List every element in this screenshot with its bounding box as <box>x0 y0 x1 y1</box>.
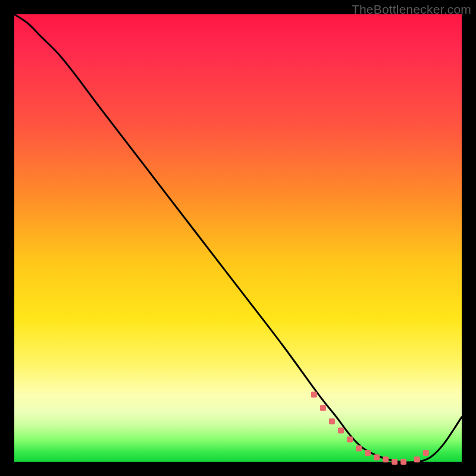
valley-marker <box>365 450 371 456</box>
valley-marker <box>320 405 326 411</box>
valley-marker <box>423 450 429 456</box>
valley-marker <box>338 427 344 433</box>
valley-marker <box>347 436 353 442</box>
bottleneck-curve <box>14 14 462 462</box>
chart-stage: TheBottlenecker.com <box>0 0 476 476</box>
valley-marker <box>400 459 406 465</box>
valley-marker <box>329 418 335 424</box>
curve-path <box>14 14 462 462</box>
plot-area <box>14 14 462 462</box>
valley-marker <box>374 455 380 461</box>
valley-marker <box>414 456 420 462</box>
valley-marker <box>356 445 362 451</box>
valley-marker <box>392 459 397 465</box>
valley-marker <box>311 392 317 397</box>
valley-marker <box>383 456 389 462</box>
